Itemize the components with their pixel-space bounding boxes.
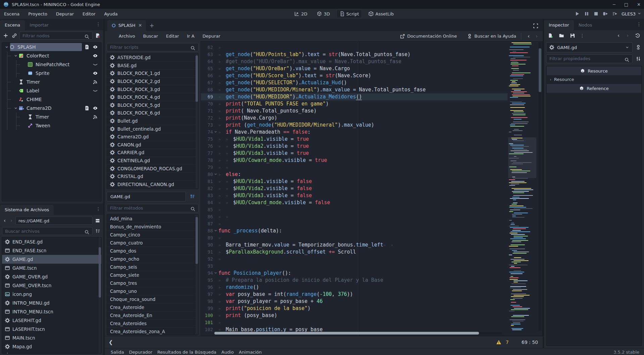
file-laserhit.gd[interactable]: LASERHIT.gd [2, 316, 101, 325]
stop-button[interactable] [593, 11, 599, 16]
code-lines[interactable]: 62»63»get_node("HUD/Points_lab").text = … [201, 42, 507, 336]
minimize-button[interactable]: ─ [613, 2, 615, 7]
code-line-76[interactable]: 76»»$HUD/Vida2.visible = true [201, 143, 507, 150]
method-item-campo_cuatro[interactable]: Campo_cuatro [107, 239, 198, 247]
tree-node-chime[interactable]: CHIME [2, 95, 101, 104]
script-history-forward-button[interactable]: › [534, 33, 539, 39]
filter-methods-input[interactable]: Filtrar métodos [107, 204, 199, 212]
code-line-78[interactable]: 78»»$HUD/Coward_mode.visible = true [201, 157, 507, 164]
file-laserhit.tscn[interactable]: LASERHIT.tscn [2, 325, 101, 334]
script-item-bullet_centinela.gd[interactable]: Bullet_centinela.gd [107, 125, 198, 133]
code-line-92[interactable]: 92» [201, 256, 507, 263]
script-item-block_rock_6.gd[interactable]: BLOCK_ROCK_6.gd [107, 109, 198, 117]
method-item-bonus_de_movimiento[interactable]: Bonus_de_movimiento [107, 223, 198, 231]
code-line-67[interactable]: 67»get_node("HUD/SELECTOR").Actualiza_Hu… [201, 79, 507, 86]
code-line-91[interactable]: 91»$ParallaxBackground.scroll_offset += … [201, 249, 507, 256]
code-line-70[interactable]: 70»print("TOTAL PUNTOS FASE en game") [201, 100, 507, 107]
new-resource-button[interactable] [547, 32, 554, 39]
script-item-block_rock_3.gd[interactable]: BLOCK_ROCK_3.gd [107, 85, 198, 93]
script-item-conglomerado_rocas.gd[interactable]: CONGLOMERADO_ROCAS.gd [107, 165, 198, 173]
instance-scene-button[interactable] [11, 32, 18, 39]
history-back-button[interactable]: ‹ [2, 218, 7, 224]
script-item-centinela.gd[interactable]: CENTINELA.gd [107, 157, 198, 165]
tab-escena[interactable]: Escena [0, 20, 25, 30]
code-line-66[interactable]: 66»get_node("HUD/Score_lab").text = str(… [201, 72, 507, 79]
menu-escena[interactable]: Escena [4, 11, 19, 16]
play-scene-button[interactable] [603, 11, 608, 16]
bottom-tab-depurador[interactable]: Depurador [129, 350, 152, 355]
script-item-block_rock_5.gd[interactable]: BLOCK_ROCK_5.gd [107, 101, 198, 109]
eyeclosed-icon[interactable] [93, 62, 98, 67]
file-main.tscn[interactable]: MAIN.tscn [2, 334, 101, 342]
bottom-tab-resultados-de-la-búsqueda[interactable]: Resultados de la Búsqueda [157, 350, 216, 355]
code-line-93[interactable]: 93 [201, 263, 507, 270]
file-icon.png[interactable]: icon.png [2, 290, 101, 299]
method-item-campo_ocho[interactable]: Campo_ocho [107, 255, 198, 263]
bottom-tab-audio[interactable]: Audio [221, 350, 234, 355]
edited-object-selector[interactable]: GAME.gd [546, 42, 633, 52]
code-line-85[interactable]: 85» [201, 206, 507, 213]
code-line-88[interactable]: 88func _process(delta): [201, 227, 507, 234]
code-line-72[interactable]: 72»print(Nave.Cargo) [201, 115, 507, 122]
file-list-scrollbar[interactable] [99, 238, 101, 353]
method-item-campo_dos[interactable]: Campo_dos [107, 247, 198, 255]
script-menu-editar[interactable]: Editar [166, 34, 179, 39]
add-scene-tab-button[interactable]: + [149, 22, 154, 31]
fold-icon[interactable] [213, 171, 218, 178]
code-line-96[interactable]: 96»randomize() [201, 284, 507, 291]
tree-node-colorrect[interactable]: ColorRect [2, 51, 101, 60]
method-item-campo_uno[interactable]: Campo_uno [107, 287, 198, 295]
tab-inspector[interactable]: Inspector [544, 20, 574, 30]
code-line-87[interactable]: 87» [201, 220, 507, 227]
expander-icon[interactable] [13, 106, 18, 110]
filter-properties-input[interactable]: Filtrar propiedades [546, 54, 633, 63]
save-resource-button[interactable] [569, 32, 576, 39]
fold-icon[interactable] [213, 227, 218, 234]
script-item-block_rock_4.gd[interactable]: BLOCK_ROCK_4.gd [107, 93, 198, 101]
method-item-choque_roca_sound[interactable]: Choque_roca_sound [107, 295, 198, 303]
code-vertical-scrollbar[interactable] [538, 42, 542, 331]
eye-icon[interactable] [93, 105, 98, 111]
code-line-89[interactable]: 89» [201, 234, 507, 241]
menu-depurar[interactable]: Depurar [56, 11, 74, 16]
fold-icon[interactable] [213, 270, 218, 277]
code-line-65[interactable]: 65»get_node("HUD/OreBar").value = Nave.C… [201, 65, 507, 72]
inspector-forward-button[interactable]: › [625, 33, 630, 39]
add-node-button[interactable] [2, 32, 9, 39]
script-item-directional_canon.gd[interactable]: DIRECTIONAL_CANON.gd [107, 181, 198, 189]
signal-icon[interactable] [93, 79, 98, 85]
code-horizontal-scrollbar[interactable] [214, 332, 502, 335]
code-line-80[interactable]: 80»else: [201, 171, 507, 178]
code-line-79[interactable]: 79»» [201, 164, 507, 171]
tree-node-timer[interactable]: Timer [2, 113, 101, 121]
code-line-101[interactable]: 101» [201, 319, 507, 326]
history-icon[interactable] [634, 32, 641, 39]
sort-files-button[interactable] [94, 227, 101, 235]
signal-icon[interactable] [93, 114, 98, 120]
file-nave.gd[interactable]: Nave.gd [2, 351, 101, 354]
expander-icon[interactable] [4, 45, 9, 49]
code-minimap[interactable] [508, 42, 536, 331]
method-item-crea_asteroide[interactable]: Crea_Asteroide [107, 303, 198, 311]
history-forward-button[interactable]: › [9, 218, 14, 224]
tab-importar[interactable]: Importar [25, 20, 53, 30]
code-line-100[interactable]: 100»print (posy_base) [201, 312, 507, 319]
code-line-83[interactable]: 83»»$HUD/Vida3.visible = false [201, 192, 507, 199]
inspector-back-button[interactable]: ‹ [616, 33, 621, 39]
tree-node-ninepatchrect[interactable]: NinePatchRect [2, 60, 101, 69]
maximize-button[interactable]: □ [624, 2, 628, 7]
search-help-button[interactable]: Buscar en la Ayuda [467, 34, 516, 39]
script-menu-archivo[interactable]: Archivo [119, 34, 135, 39]
code-line-97[interactable]: 97»var posy_base = int(rand_range(-100, … [201, 291, 507, 298]
filesystem-dock-menu-icon[interactable]: ⋮ [96, 206, 101, 212]
code-line-64[interactable]: 64»#get_node("HUD/OreBar").max_value = N… [201, 58, 507, 65]
property-tools-icon[interactable] [635, 55, 642, 62]
code-editor[interactable]: 62»63»get_node("HUD/Points_lab").text = … [201, 41, 543, 336]
method-item-campo_siete[interactable]: Campo_siete [107, 271, 198, 279]
filter-nodes-input[interactable]: Filtrar nodos [19, 32, 93, 40]
distraction-free-mode-icon[interactable] [532, 24, 539, 31]
collapse-sidebar-button[interactable]: ❮ [109, 339, 113, 345]
code-line-68[interactable]: 68»get_node("HUD/MEDIDOR/Mineral").max_v… [201, 86, 507, 93]
code-line-71[interactable]: 71»print( Nave.Total_puntos_fase) [201, 107, 507, 115]
code-line-98[interactable]: 98»var posy_player = posy_base + 46 [201, 298, 507, 305]
